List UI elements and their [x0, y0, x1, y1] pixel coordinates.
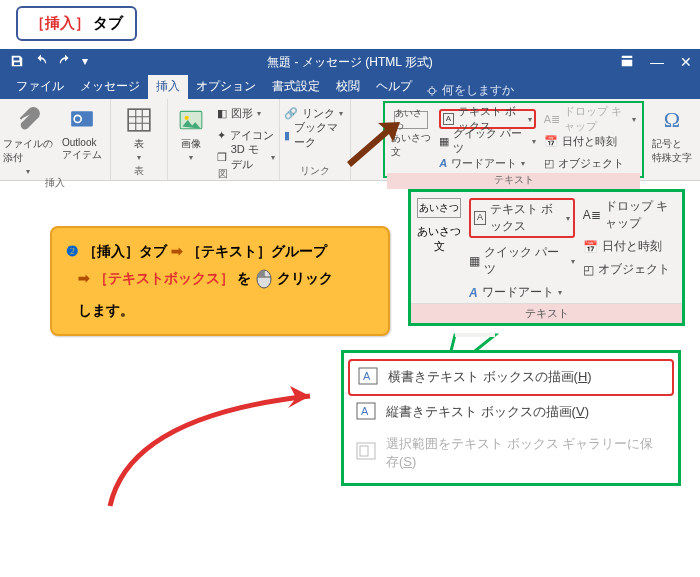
- callout-insert-tab: ［挿入］ タブ: [16, 6, 137, 41]
- tell-me-label: 何をしますか: [442, 82, 514, 99]
- quickparts-button[interactable]: ▦クイック パーツ ▾: [439, 131, 536, 151]
- step2-text-b: ［テキスト］グループ: [187, 243, 327, 259]
- menu-save-key: S: [403, 454, 412, 469]
- group-link-label: リンク: [284, 164, 346, 180]
- textbox-icon: A: [474, 211, 486, 225]
- textbox-button-enlarged[interactable]: Aテキスト ボックス ▾: [469, 198, 575, 238]
- undo-icon[interactable]: [34, 54, 48, 71]
- symbol-button[interactable]: Ω 記号と 特殊文字: [648, 101, 696, 165]
- tab-help[interactable]: ヘルプ: [368, 74, 420, 99]
- save-icon[interactable]: [10, 54, 24, 71]
- object-icon: ◰: [544, 157, 554, 170]
- menu-horiz-key: H: [578, 369, 587, 384]
- close-icon[interactable]: ✕: [680, 54, 692, 71]
- wordart-icon: A: [439, 157, 447, 169]
- datetime-label-enlarged: 日付と時刻: [602, 238, 662, 255]
- group-symbol: Ω 記号と 特殊文字: [644, 99, 700, 180]
- dropdown-icon: ▾: [189, 153, 193, 162]
- wordart-button[interactable]: Aワードアート ▾: [439, 153, 536, 173]
- calendar-icon: 📅: [583, 240, 598, 254]
- step2-text-a: ［挿入］タブ: [83, 243, 167, 259]
- group-link: 🔗リンク ▾ ▮ブックマーク リンク: [280, 99, 351, 180]
- enlarged-text-group: あいさつ あいさつ 文 Aテキスト ボックス ▾ ▦クイック パーツ ▾ Aワー…: [408, 189, 685, 326]
- svg-text:A: A: [363, 370, 371, 382]
- icons-label: アイコン: [230, 128, 274, 143]
- picture-label: 画像: [181, 137, 201, 151]
- qat-dropdown-icon[interactable]: ▾: [82, 54, 88, 71]
- link-label: リンク: [302, 106, 335, 121]
- svg-point-3: [75, 116, 80, 121]
- attach-file-button[interactable]: ファイルの 添付 ▾: [4, 101, 52, 176]
- quickparts-icon: ▦: [439, 135, 449, 148]
- wordart-button-enlarged[interactable]: Aワードアート ▾: [469, 284, 575, 301]
- textbox-dropdown-menu: A 横書きテキスト ボックスの描画(H) A 縦書きテキスト ボックスの描画(V…: [341, 350, 681, 486]
- bookmark-label: ブックマーク: [294, 120, 346, 150]
- wordart-icon: A: [469, 286, 478, 300]
- table-button[interactable]: 表 ▾: [115, 101, 163, 162]
- vertical-textbox-icon: A: [356, 402, 376, 423]
- dropcap-label-enlarged: ドロップ キャップ: [605, 198, 676, 232]
- group-text-label-enlarged: テキスト: [411, 303, 682, 323]
- shapes-button[interactable]: ◧図形 ▾: [217, 103, 275, 123]
- tab-file[interactable]: ファイル: [8, 74, 72, 99]
- greeting-small-icon: あいさつ: [417, 198, 461, 218]
- step2-textbox-red: ［テキストボックス］: [94, 270, 234, 286]
- bookmark-button[interactable]: ▮ブックマーク: [284, 125, 346, 145]
- symbol-label: 記号と 特殊文字: [652, 137, 692, 165]
- outlook-item-button[interactable]: Outlook アイテム: [58, 101, 106, 162]
- object-icon: ◰: [583, 263, 594, 277]
- menu-vertical-textbox[interactable]: A 縦書きテキスト ボックスの描画(V): [348, 396, 674, 429]
- arrow-icon: ➡: [78, 270, 94, 286]
- step2-click: クリック: [277, 270, 333, 286]
- tab-message[interactable]: メッセージ: [72, 74, 148, 99]
- link-icon: 🔗: [284, 107, 298, 120]
- menu-vert-label: 縦書きテキスト ボックスの描画(: [386, 404, 576, 419]
- group-text-highlight: あいさつ あいさつ 文 Aテキスト ボックス ▾ ▦クイック パーツ ▾ Aワー…: [383, 101, 644, 178]
- object-button[interactable]: ◰オブジェクト: [544, 153, 636, 173]
- tab-format[interactable]: 書式設定: [264, 74, 328, 99]
- callout-tab-text: タブ: [93, 14, 123, 31]
- menu-vert-key: V: [576, 404, 585, 419]
- window-title: 無題 - メッセージ (HTML 形式): [267, 54, 433, 71]
- tab-review[interactable]: 校閲: [328, 74, 368, 99]
- icons-icon: ✦: [217, 129, 226, 142]
- menu-horizontal-textbox[interactable]: A 横書きテキスト ボックスの描画(H): [348, 359, 674, 396]
- table-label: 表: [134, 137, 144, 151]
- minimize-icon[interactable]: —: [650, 54, 664, 71]
- arrow-pointer-1: [351, 99, 384, 180]
- svg-rect-13: [360, 446, 368, 456]
- menu-save-gallery: 選択範囲をテキスト ボックス ギャラリーに保存(S): [348, 429, 674, 477]
- calendar-icon: 📅: [544, 135, 558, 148]
- svg-point-0: [429, 88, 435, 94]
- svg-text:A: A: [361, 405, 369, 417]
- quickparts-label-enlarged: クイック パーツ: [484, 244, 567, 278]
- tab-option[interactable]: オプション: [188, 74, 264, 99]
- outlook-item-label: Outlook アイテム: [62, 137, 102, 162]
- datetime-button-enlarged[interactable]: 📅日付と時刻: [583, 238, 676, 255]
- group-image: 画像 ▾ ◧図形 ▾ ✦アイコン ❒3D モデル ▾ 図: [168, 99, 280, 180]
- tell-me[interactable]: 何をしますか: [426, 82, 514, 99]
- datetime-button[interactable]: 📅日付と時刻: [544, 131, 636, 151]
- quickparts-icon: ▦: [469, 254, 480, 268]
- dropdown-icon: ▾: [26, 167, 30, 176]
- textbox-label-enlarged: テキスト ボックス: [490, 201, 562, 235]
- dropcap-button: A≣ドロップ キャップ ▾: [544, 109, 636, 129]
- redo-icon[interactable]: [58, 54, 72, 71]
- dropcap-icon: A≣: [544, 113, 560, 126]
- step-number-2: ❷: [66, 243, 79, 259]
- dropdown-icon: ▾: [137, 153, 141, 162]
- dropcap-icon: A≣: [583, 208, 601, 222]
- ribbon-options-icon[interactable]: [620, 54, 634, 71]
- bookmark-icon: ▮: [284, 129, 290, 142]
- tab-insert[interactable]: 挿入: [148, 74, 188, 99]
- step2-text-wo: を: [237, 270, 251, 286]
- object-button-enlarged[interactable]: ◰オブジェクト: [583, 261, 676, 278]
- model3d-button[interactable]: ❒3D モデル ▾: [217, 147, 275, 167]
- quickparts-button-enlarged[interactable]: ▦クイック パーツ ▾: [469, 244, 575, 278]
- mouse-icon: [255, 267, 273, 298]
- attach-file-label: ファイルの 添付: [3, 137, 53, 165]
- greeting-label-enlarged[interactable]: あいさつ 文: [417, 224, 461, 254]
- picture-button[interactable]: 画像 ▾: [172, 101, 211, 162]
- window-titlebar: ▾ 無題 - メッセージ (HTML 形式) — ✕: [0, 49, 700, 75]
- group-table: 表 ▾ 表: [111, 99, 168, 180]
